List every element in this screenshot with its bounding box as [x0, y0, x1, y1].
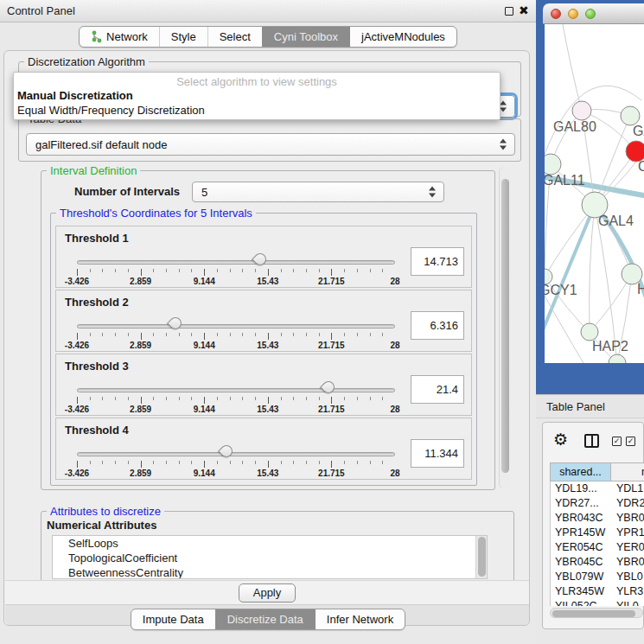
checkbox-icon[interactable]: ✓: [612, 437, 622, 446]
column-header-shared-name[interactable]: shared...: [550, 462, 611, 481]
cell-name[interactable]: YDL1: [612, 481, 644, 496]
tab-style[interactable]: Style: [159, 27, 207, 47]
threshold-value-field[interactable]: 21.4: [411, 375, 464, 404]
float-window-icon[interactable]: [505, 7, 513, 16]
slider-thumb[interactable]: [252, 251, 270, 268]
tab-network[interactable]: Network: [80, 27, 159, 47]
cell-name[interactable]: YER0: [612, 540, 644, 555]
slider-thumb[interactable]: [218, 443, 235, 460]
tab-impute-data[interactable]: Impute Data: [131, 609, 215, 629]
table-row[interactable]: YLR345WYLR3: [551, 584, 644, 599]
combo-arrows-icon: [500, 139, 507, 150]
interval-scrollbar[interactable]: [499, 167, 510, 488]
cell-name[interactable]: YIL0: [612, 599, 644, 606]
cell-shared-name[interactable]: YDR27...: [551, 496, 612, 511]
cell-name[interactable]: YBR0: [612, 555, 644, 570]
apply-strip: Apply: [5, 580, 529, 604]
apply-button[interactable]: Apply: [239, 583, 296, 603]
cell-shared-name[interactable]: YDL19...: [551, 481, 612, 496]
gear-icon[interactable]: ⚙: [553, 430, 568, 449]
slider-thumb[interactable]: [320, 379, 337, 396]
tab-jactivemnodules[interactable]: jActiveMNodules: [349, 27, 456, 47]
cell-shared-name[interactable]: YBR045C: [551, 555, 612, 570]
network-node[interactable]: [572, 101, 591, 120]
table-hscrollbar-thumb[interactable]: [552, 610, 635, 617]
algorithm-hint-item[interactable]: Select algorithm to view settings: [14, 73, 500, 88]
table-row[interactable]: YBR045CYBR0: [551, 555, 644, 570]
tab-discretize-data[interactable]: Discretize Data: [215, 609, 315, 629]
table-row[interactable]: YIL052CYIL0: [551, 599, 644, 606]
table-row[interactable]: YDR27...YDR2: [551, 496, 644, 511]
slider-thumb[interactable]: [167, 315, 184, 332]
zoom-traffic-light-icon[interactable]: [585, 9, 596, 19]
cell-shared-name[interactable]: YLR345W: [551, 584, 612, 599]
attribute-list-item[interactable]: TopologicalCoefficient: [53, 551, 487, 565]
table-row[interactable]: YDL19...YDL1: [551, 481, 644, 496]
slider-tick-label: -3.426: [65, 341, 89, 350]
cell-name[interactable]: YDR2: [612, 496, 644, 511]
cell-name[interactable]: YBR0: [612, 511, 644, 526]
cell-shared-name[interactable]: YBR043C: [551, 511, 612, 526]
threshold-row: Threshold 4-3.4262.8599.14415.4321.71528…: [55, 418, 472, 480]
tab-infer-network[interactable]: Infer Network: [315, 609, 405, 629]
checkbox-icon[interactable]: ✓: [626, 437, 635, 446]
network-node[interactable]: [609, 354, 626, 363]
split-columns-icon[interactable]: [584, 434, 599, 448]
network-edge[interactable]: [562, 24, 582, 111]
table-row[interactable]: YBR043CYBR0: [551, 511, 644, 526]
cell-name[interactable]: YBL0: [612, 570, 644, 584]
table-row[interactable]: YER054CYER0: [551, 540, 644, 555]
number-of-intervals-combobox[interactable]: 5: [192, 182, 444, 202]
close-traffic-light-icon[interactable]: [551, 9, 561, 19]
slider-tick-label: -3.426: [65, 277, 89, 286]
network-node-label: H: [637, 282, 644, 296]
network-window-titlebar[interactable]: [543, 3, 644, 24]
threshold-value-field[interactable]: 11.344: [411, 439, 464, 468]
slider-track[interactable]: [77, 260, 395, 265]
slider-tick-label: 15.43: [257, 469, 278, 478]
table-row[interactable]: YBL079WYBL0: [551, 570, 644, 584]
network-node[interactable]: [621, 106, 640, 125]
table-row[interactable]: YPR145WYPR1: [551, 526, 644, 540]
interval-scrollbar-thumb[interactable]: [501, 179, 509, 473]
cell-shared-name[interactable]: YIL052C: [551, 599, 612, 606]
table-hscrollbar[interactable]: [550, 608, 643, 618]
cell-name[interactable]: YPR1: [612, 526, 644, 540]
network-node-label: HAP2: [592, 339, 628, 354]
bottom-tab-bar: Impute Data Discretize Data Infer Networ…: [0, 609, 536, 630]
threshold-slider[interactable]: -3.4262.8599.14415.4321.71528: [77, 448, 395, 477]
close-icon[interactable]: ✖: [519, 3, 529, 17]
cell-name[interactable]: YLR3: [612, 584, 644, 599]
threshold-slider[interactable]: -3.4262.8599.14415.4321.71528: [77, 256, 395, 285]
attributes-scrollbar[interactable]: [475, 536, 487, 578]
threshold-slider[interactable]: -3.4262.8599.14415.4321.71528: [77, 320, 395, 349]
attribute-list-item[interactable]: BetweennessCentrality: [53, 565, 487, 579]
slider-tick-label: 28: [390, 469, 399, 478]
table-data-combobox[interactable]: galFiltered.sif default node: [26, 133, 515, 156]
slider-track[interactable]: [77, 452, 395, 456]
minimize-traffic-light-icon[interactable]: [568, 9, 578, 19]
network-node[interactable]: [545, 154, 561, 175]
attributes-scrollbar-thumb[interactable]: [478, 537, 486, 577]
slider-ticks: [77, 397, 395, 404]
network-canvas[interactable]: GAL80GACGAL11GAL4GCY1HHAP2: [545, 24, 644, 363]
algorithm-option-manual[interactable]: Manual Discretization: [14, 88, 500, 103]
numerical-attributes-list[interactable]: SelfLoopsTopologicalCoefficientBetweenne…: [52, 535, 488, 579]
tab-cyni-toolbox[interactable]: Cyni Toolbox: [262, 27, 349, 47]
algorithm-option-equal-width[interactable]: Equal Width/Frequency Discretization: [14, 103, 500, 118]
network-node[interactable]: [581, 323, 598, 341]
network-edge[interactable]: [590, 205, 595, 332]
slider-track[interactable]: [77, 324, 395, 328]
threshold-value-field[interactable]: 6.316: [411, 311, 464, 340]
attribute-list-item[interactable]: SelfLoops: [53, 536, 487, 551]
threshold-slider[interactable]: -3.4262.8599.14415.4321.71528: [77, 384, 395, 413]
cell-shared-name[interactable]: YPR145W: [551, 526, 612, 540]
cell-shared-name[interactable]: YER054C: [551, 540, 612, 555]
column-header-name[interactable]: na: [611, 462, 644, 481]
slider-tick-label: 9.144: [194, 341, 215, 350]
threshold-value-field[interactable]: 14.713: [411, 247, 464, 276]
tab-select[interactable]: Select: [207, 27, 262, 47]
cell-shared-name[interactable]: YBL079W: [551, 570, 612, 584]
slider-tick-label: 15.43: [257, 405, 278, 414]
slider-track[interactable]: [77, 388, 395, 392]
